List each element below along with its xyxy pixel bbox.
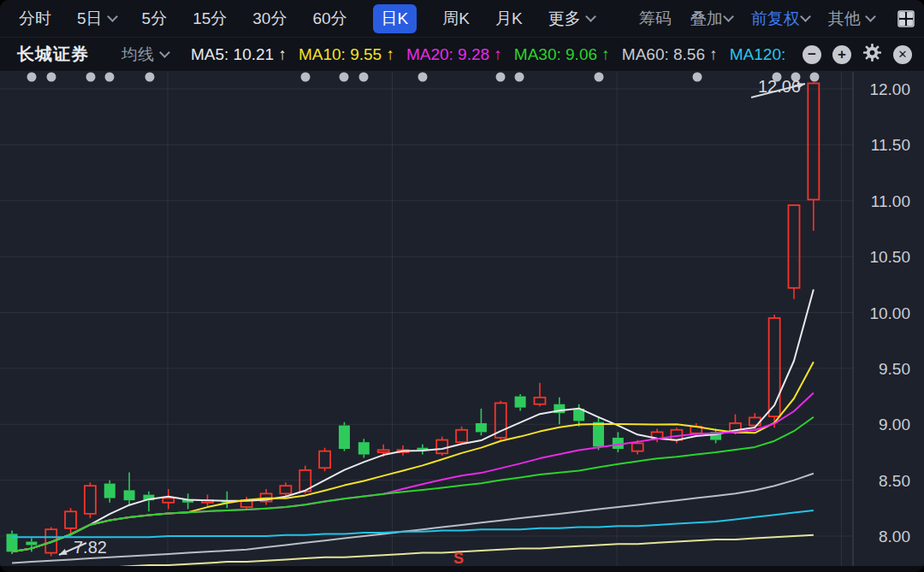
candle-up [456, 430, 467, 442]
tab-label: 分时 [19, 8, 51, 30]
zoom-out-icon[interactable]: − [803, 45, 821, 64]
zoom-in-icon[interactable]: + [832, 45, 851, 64]
chevron-down-icon [107, 11, 118, 22]
candle-up [632, 443, 643, 451]
timeframe-tab-分时[interactable]: 分时 [19, 8, 51, 30]
toolbar-item-前复权[interactable]: 前复权 [751, 8, 809, 30]
ma-label-MA120: MA120: [730, 45, 785, 64]
event-dot [105, 73, 115, 82]
timeframe-tab-5日[interactable]: 5日 [77, 8, 116, 30]
event-dot [145, 73, 155, 82]
stock-name: 长城证券 [17, 43, 89, 66]
ma-values: MA5: 10.21 ↑MA10: 9.55 ↑MA20: 9.28 ↑MA30… [191, 45, 785, 64]
annotation-arrowhead [59, 549, 68, 555]
toolbar-item-其他[interactable]: 其他 [828, 8, 874, 30]
toolbar-item-筹码[interactable]: 筹码 [639, 8, 672, 30]
y-axis-label: 11.50 [871, 136, 910, 154]
chevron-down-icon [800, 11, 811, 22]
timeframe-tab-60分[interactable]: 60分 [312, 8, 346, 30]
candle-down [593, 422, 604, 447]
y-axis-label: 8.50 [879, 472, 910, 490]
tab-label: 5分 [142, 8, 168, 30]
candle-down [476, 423, 487, 432]
event-dot [515, 73, 524, 82]
stock-chart-window: 分时5日5分15分30分60分日K周K月K更多 筹码叠加前复权其他 [0, 0, 924, 572]
ma-line-MA250 [12, 535, 814, 566]
event-dot [418, 73, 428, 82]
y-axis-label: 10.00 [869, 304, 910, 322]
legend-icons: − + ✕ [803, 43, 912, 66]
candle-down [339, 426, 350, 449]
tab-label: 5日 [77, 8, 103, 30]
y-axis-label: 8.00 [879, 528, 910, 545]
ma-label-MA60: MA60: 8.56 ↑ [622, 45, 718, 64]
close-icon[interactable]: ✕ [893, 45, 912, 64]
event-dot [47, 73, 56, 82]
tab-label: 更多 [548, 8, 581, 30]
grid-layout-icon[interactable] [897, 9, 915, 28]
event-dot [27, 73, 37, 82]
y-axis-label: 9.00 [879, 416, 910, 433]
timeframe-tab-更多[interactable]: 更多 [548, 8, 595, 30]
tab-label: 其他 [828, 8, 861, 30]
candle-down [26, 542, 37, 545]
timeframe-tab-日K[interactable]: 日K [373, 4, 418, 33]
chevron-down-icon [585, 11, 596, 22]
gear-icon[interactable] [862, 43, 882, 66]
tab-label: 15分 [192, 8, 227, 30]
y-axis-label: 9.50 [879, 360, 910, 378]
timeframe-tab-5分[interactable]: 5分 [142, 8, 168, 30]
ma-selector-dropdown[interactable]: 均线 [121, 44, 169, 66]
timeframe-tab-月K[interactable]: 月K [495, 8, 523, 30]
chevron-down-icon [159, 47, 170, 58]
ma-selector-label: 均线 [121, 44, 154, 66]
toolbar-icons [897, 9, 924, 28]
chevron-down-icon [865, 11, 876, 22]
sell-marker: S [453, 550, 464, 566]
tab-label: 前复权 [751, 8, 800, 30]
event-dot [86, 73, 96, 82]
tab-label: 月K [495, 8, 523, 30]
chart-area[interactable]: 12.0011.5011.0010.5010.009.509.008.508.0… [0, 72, 924, 566]
candle-up [789, 205, 800, 288]
toolbar-right-group: 筹码叠加前复权其他 [639, 8, 874, 30]
event-dot [359, 73, 369, 82]
candle-up [769, 318, 780, 416]
timeframe-tab-周K[interactable]: 周K [442, 8, 470, 30]
candle-up [378, 450, 389, 452]
candle-down [358, 442, 370, 454]
candle-up [319, 451, 330, 469]
candle-up [280, 486, 291, 493]
timeframe-tab-15分[interactable]: 15分 [192, 8, 227, 30]
tab-label: 60分 [312, 8, 346, 30]
toolbar-item-叠加[interactable]: 叠加 [690, 8, 732, 30]
bottom-edge [0, 566, 924, 572]
candle-up [85, 486, 96, 514]
candle-down [104, 484, 116, 498]
timeframe-tab-30分[interactable]: 30分 [252, 8, 287, 30]
event-dot [693, 73, 702, 82]
candle-up [436, 440, 447, 454]
y-axis-label: 10.50 [869, 248, 910, 266]
candle-down [124, 490, 135, 500]
candle-up [163, 498, 174, 503]
candle-down [515, 397, 526, 408]
y-axis-label: 11.00 [871, 192, 910, 210]
candle-up [65, 511, 76, 528]
tab-label: 筹码 [639, 8, 672, 30]
candle-up [534, 398, 545, 404]
toolbar: 分时5日5分15分30分60分日K周K月K更多 筹码叠加前复权其他 [0, 0, 924, 38]
ma-label-MA10: MA10: 9.55 ↑ [299, 45, 394, 64]
tab-label: 日K [382, 8, 409, 30]
tab-label: 周K [442, 8, 470, 30]
ma-label-MA30: MA30: 9.06 ↑ [514, 45, 610, 64]
candle-up [808, 83, 819, 199]
event-dot [301, 73, 311, 82]
event-dot [340, 73, 349, 82]
legend-bar: 长城证券 均线 MA5: 10.21 ↑MA10: 9.55 ↑MA20: 9.… [0, 38, 924, 72]
ma-line-MA5 [12, 290, 814, 552]
event-dot [595, 73, 604, 82]
tab-label: 叠加 [690, 8, 723, 30]
ma-line-MA120 [12, 510, 814, 537]
chevron-down-icon [723, 11, 734, 22]
